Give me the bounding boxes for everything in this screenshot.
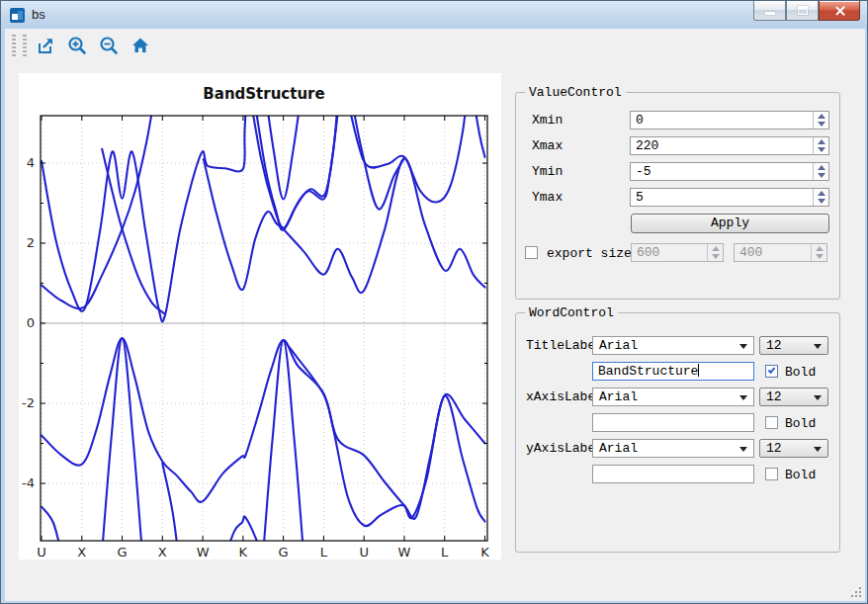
ymin-label: Ymin bbox=[532, 164, 563, 179]
xaxis-text-input[interactable] bbox=[592, 413, 754, 432]
xaxis-bold-label: Bold bbox=[785, 416, 816, 431]
x-tick-label: U bbox=[37, 545, 46, 560]
zoom-out-button[interactable] bbox=[96, 33, 122, 58]
resize-grip[interactable] bbox=[849, 585, 861, 597]
export-height-value: 400 bbox=[739, 244, 762, 261]
spin-up-icon bbox=[818, 114, 825, 119]
window-title: bs bbox=[32, 7, 45, 22]
x-tick-label: W bbox=[197, 545, 210, 560]
x-tick-label: G bbox=[279, 545, 289, 560]
x-tick-label: W bbox=[398, 545, 411, 560]
chevron-down-icon bbox=[814, 395, 822, 400]
xaxis-size-combo[interactable]: 12 bbox=[759, 388, 828, 406]
spin-up-icon bbox=[818, 139, 825, 144]
figure-canvas[interactable]: UXGXWKGLUWLK420-2-4BandStructure bbox=[19, 73, 501, 560]
export-width-value: 600 bbox=[637, 244, 659, 261]
xaxis-size-value: 12 bbox=[766, 388, 782, 405]
band-cond-9 bbox=[344, 83, 469, 202]
app-window: bs bbox=[0, 0, 868, 604]
client-area: UXGXWKGLUWLK420-2-4BandStructure ValueCo… bbox=[5, 29, 865, 601]
spin-up-icon bbox=[818, 191, 825, 196]
ymax-spinbox[interactable]: 5 bbox=[630, 188, 829, 207]
zoom-in-button[interactable] bbox=[64, 33, 90, 58]
spin-up-icon bbox=[818, 165, 825, 170]
spinner-buttons bbox=[811, 244, 826, 261]
xmin-label: Xmin bbox=[532, 113, 563, 128]
xaxis-font-combo[interactable]: Arial bbox=[592, 388, 754, 406]
x-tick-label: K bbox=[239, 545, 248, 560]
band-structure-plot: UXGXWKGLUWLK420-2-4BandStructure bbox=[19, 73, 501, 560]
yaxis-size-combo[interactable]: 12 bbox=[759, 439, 828, 458]
home-button[interactable] bbox=[128, 33, 153, 58]
yaxis-font-combo[interactable]: Arial bbox=[592, 439, 754, 458]
spin-down-icon bbox=[818, 147, 825, 152]
y-tick-label: 0 bbox=[27, 315, 35, 330]
yaxis-text-input[interactable] bbox=[592, 465, 754, 483]
title-size-combo[interactable]: 12 bbox=[759, 336, 828, 355]
y-tick-label: -2 bbox=[22, 395, 35, 410]
x-tick-label: X bbox=[77, 545, 86, 560]
check-icon bbox=[768, 366, 776, 374]
xmax-value: 220 bbox=[636, 137, 658, 154]
band-cond-1 bbox=[42, 83, 247, 321]
plot-title: BandStructure bbox=[203, 85, 324, 103]
ymax-label: Ymax bbox=[532, 190, 563, 205]
xaxis-font-value: Arial bbox=[599, 388, 638, 405]
window-controls bbox=[753, 1, 860, 21]
ymin-value: -5 bbox=[636, 163, 651, 180]
yaxis-size-value: 12 bbox=[766, 440, 782, 457]
minimize-button[interactable] bbox=[753, 1, 786, 21]
band-val-2 bbox=[284, 340, 485, 526]
word-control-group: WordControl TitleLabel Arial 12 BandStru… bbox=[515, 312, 840, 553]
zoom-in-icon bbox=[67, 36, 87, 55]
toolbar-drag-handle[interactable] bbox=[12, 35, 16, 56]
title-text-value: BandStructure bbox=[598, 364, 698, 379]
close-button[interactable] bbox=[819, 1, 860, 21]
toolbar bbox=[5, 29, 865, 62]
spinner-buttons[interactable] bbox=[813, 189, 828, 206]
yaxis-bold-checkbox[interactable] bbox=[765, 468, 778, 480]
x-tick-label: X bbox=[158, 545, 167, 560]
y-tick-label: 2 bbox=[27, 235, 35, 250]
maximize-button[interactable] bbox=[786, 1, 819, 21]
yaxis-bold-label: Bold bbox=[785, 468, 816, 482]
band-cond-5 bbox=[248, 83, 341, 228]
y-tick-label: 4 bbox=[27, 155, 35, 170]
x-tick-label: G bbox=[118, 545, 128, 560]
title-bold-checkbox[interactable] bbox=[765, 365, 778, 378]
chevron-down-icon bbox=[739, 344, 747, 349]
spin-down-icon bbox=[818, 199, 825, 204]
title-font-value: Arial bbox=[599, 337, 638, 354]
x-tick-label: K bbox=[480, 545, 489, 560]
close-icon bbox=[834, 5, 846, 17]
title-text-input[interactable]: BandStructure bbox=[592, 362, 754, 381]
value-control-group: ValueControl Xmin 0 Xmax 220 Ymin -5 Yma… bbox=[515, 92, 840, 300]
band-val-1 bbox=[42, 338, 485, 519]
export-button[interactable] bbox=[33, 33, 58, 58]
title-font-combo[interactable]: Arial bbox=[592, 336, 754, 355]
export-size-checkbox[interactable] bbox=[525, 246, 538, 259]
spinner-buttons[interactable] bbox=[813, 137, 828, 154]
title-bar[interactable]: bs bbox=[1, 1, 867, 29]
spin-down-icon bbox=[818, 173, 825, 178]
export-width-spinbox[interactable]: 600 bbox=[631, 243, 724, 262]
chevron-down-icon bbox=[739, 447, 747, 452]
toolbar-drag-handle[interactable] bbox=[23, 35, 27, 56]
chevron-down-icon bbox=[814, 447, 822, 452]
title-size-value: 12 bbox=[766, 337, 782, 354]
xmax-label: Xmax bbox=[532, 138, 563, 153]
xmax-spinbox[interactable]: 220 bbox=[630, 136, 829, 155]
x-tick-label: L bbox=[441, 545, 449, 560]
export-height-spinbox[interactable]: 400 bbox=[734, 243, 827, 262]
ymin-spinbox[interactable]: -5 bbox=[630, 162, 829, 181]
minimize-icon bbox=[765, 12, 775, 15]
band-val-3 bbox=[101, 338, 142, 560]
apply-button[interactable]: Apply bbox=[631, 214, 829, 233]
spinner-buttons[interactable] bbox=[813, 163, 828, 180]
xaxis-bold-checkbox[interactable] bbox=[765, 416, 778, 429]
xmin-spinbox[interactable]: 0 bbox=[630, 111, 829, 129]
title-bold-label: Bold bbox=[785, 365, 816, 380]
band-cond-11 bbox=[471, 83, 484, 157]
spinner-buttons[interactable] bbox=[813, 112, 828, 129]
band-cond-6 bbox=[252, 83, 339, 230]
